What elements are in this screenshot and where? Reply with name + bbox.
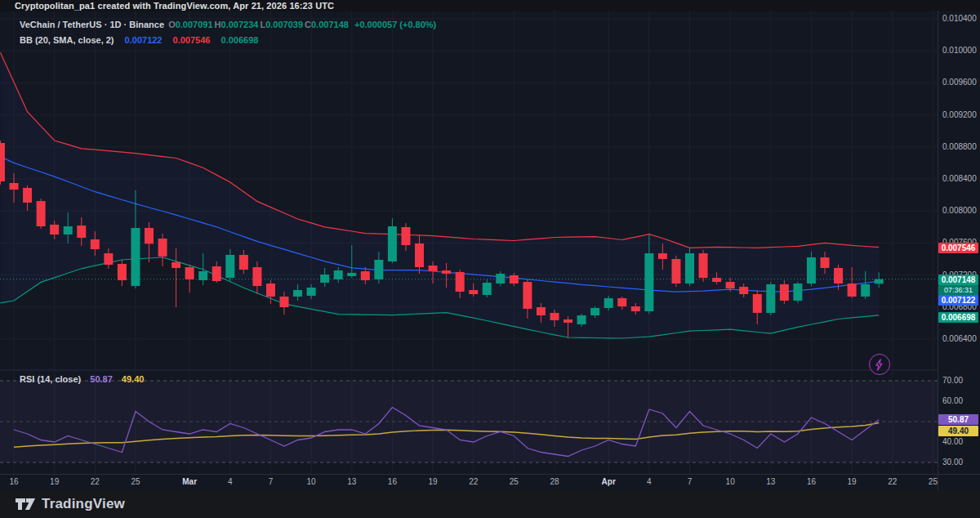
time-tick-label: 22 xyxy=(879,477,906,486)
rsi-tick-label: 40.00 xyxy=(942,437,963,446)
time-tick-label: 19 xyxy=(419,477,447,486)
time-tick-label: 19 xyxy=(41,477,69,486)
ohlc-value: 0.007039 xyxy=(265,20,303,29)
time-tick-label: 25 xyxy=(919,477,947,486)
time-axis-border xyxy=(0,474,980,475)
symbol-legend[interactable]: VeChain / TetherUS · 1D · Binance O0.007… xyxy=(20,20,438,29)
price-tick-label: 0.008000 xyxy=(942,206,977,215)
ohlc-letter: C xyxy=(305,20,311,29)
price-tick-label: 0.009200 xyxy=(942,110,977,119)
price-tick-label: 0.010000 xyxy=(942,46,977,55)
time-tick-label: 16 xyxy=(0,477,28,486)
bb-basis-value: 0.007122 xyxy=(125,35,163,45)
ohlc-values: O0.007091H0.007234L0.007039C0.007148 xyxy=(168,20,350,29)
time-tick-label: 10 xyxy=(297,477,325,486)
axis-value-badge: 0.007148 xyxy=(938,275,978,285)
bb-indicator-legend[interactable]: BB (20, SMA, close, 2) 0.007122 0.007546… xyxy=(20,35,260,45)
rsi-tick-label: 60.00 xyxy=(942,396,963,405)
time-tick-label: 25 xyxy=(122,477,149,486)
tradingview-logo-text: TradingView xyxy=(42,496,125,512)
rsi-ma-value: 49.40 xyxy=(122,374,145,384)
ohlc-value: 0.007148 xyxy=(311,20,349,29)
bb-lower-value: 0.006698 xyxy=(221,35,259,45)
axis-value-badge: 07:36:31 xyxy=(938,285,978,295)
price-tick-label: 0.008800 xyxy=(942,142,977,151)
time-tick-label: 4 xyxy=(635,477,663,486)
tradingview-logo-icon xyxy=(15,495,36,513)
time-tick-label: 16 xyxy=(378,477,406,486)
axis-value-badge: 0.006698 xyxy=(938,312,978,323)
instant-trading-button[interactable] xyxy=(869,354,890,375)
time-tick-label: Mar xyxy=(176,477,203,486)
time-tick-label: 19 xyxy=(838,477,866,486)
axis-value-badge: 49.40 xyxy=(938,426,978,436)
bb-label: BB (20, SMA, close, 2) xyxy=(20,35,114,45)
time-tick-label: 16 xyxy=(797,477,825,486)
time-tick-label: 10 xyxy=(716,477,744,486)
pane-divider[interactable] xyxy=(0,369,938,371)
time-tick-label: 4 xyxy=(216,477,244,486)
time-tick-label: 13 xyxy=(338,477,366,486)
price-tick-label: 0.008400 xyxy=(942,174,977,183)
time-tick-label: 7 xyxy=(256,477,284,486)
price-tick-label: 0.010400 xyxy=(942,14,977,23)
tradingview-logo[interactable]: TradingView xyxy=(15,495,125,513)
rsi-tick-label: 30.00 xyxy=(942,458,963,467)
time-tick-label: 7 xyxy=(676,477,704,486)
time-tick-label: 25 xyxy=(500,477,528,486)
lightning-icon xyxy=(875,359,884,371)
time-tick-label: Apr xyxy=(595,477,622,486)
ohlc-letter: H xyxy=(215,20,221,29)
time-tick-label: 22 xyxy=(460,477,488,486)
rsi-label: RSI (14, close) xyxy=(20,374,81,384)
price-tick-label: 0.006400 xyxy=(942,334,977,343)
change-value: +0.000057 (+0.80%) xyxy=(354,20,436,29)
axis-value-badge: 0.007546 xyxy=(938,243,978,253)
tradingview-chart-widget: Cryptopolitan_pa1 created with TradingVi… xyxy=(0,0,980,518)
time-tick-label: 13 xyxy=(757,477,785,486)
chart-canvas[interactable] xyxy=(0,0,980,490)
time-tick-label: 22 xyxy=(81,477,109,486)
bb-upper-value: 0.007546 xyxy=(173,35,211,45)
rsi-indicator-legend[interactable]: RSI (14, close) 50.87 49.40 xyxy=(20,374,145,384)
symbol-name: VeChain / TetherUS · 1D · Binance xyxy=(20,20,164,29)
time-tick-label: 28 xyxy=(541,477,568,486)
ohlc-value: 0.007091 xyxy=(176,20,213,29)
ohlc-value: 0.007234 xyxy=(221,20,259,29)
axis-value-badge: 0.007122 xyxy=(938,295,978,306)
ohlc-letter: O xyxy=(168,20,176,29)
bottom-bar: TradingView xyxy=(0,490,980,518)
rsi-tick-label: 70.00 xyxy=(942,376,963,385)
price-tick-label: 0.009600 xyxy=(942,78,977,87)
rsi-value: 50.87 xyxy=(90,374,113,384)
axis-value-badge: 50.87 xyxy=(938,414,978,425)
